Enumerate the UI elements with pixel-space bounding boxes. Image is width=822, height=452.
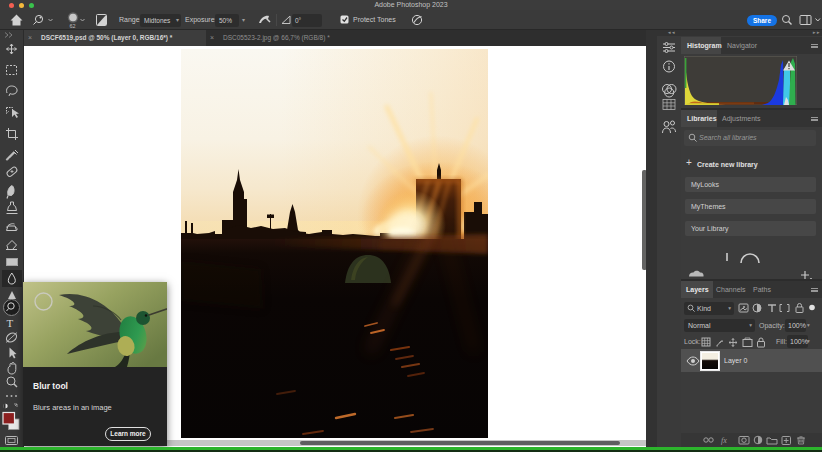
svg-text:fx: fx — [721, 436, 727, 445]
svg-text:T: T — [7, 317, 14, 329]
svg-text:62: 62 — [70, 23, 76, 29]
